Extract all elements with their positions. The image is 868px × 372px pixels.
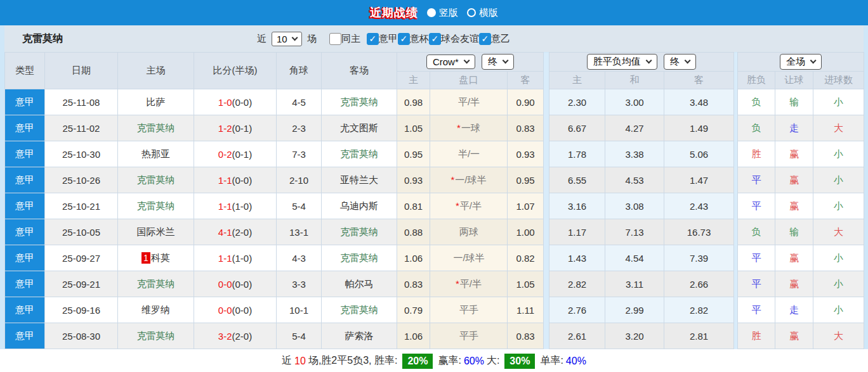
home-team-cell: 克雷莫纳 [118,323,194,349]
handicap-odds-away-cell: 1.07 [508,193,544,219]
handicap-line-cell: 两球 [430,219,508,245]
checkbox-label: 意甲 [379,33,398,45]
away-team-name: 克雷莫纳 [340,148,378,159]
home-team-cell: 克雷莫纳 [118,167,194,193]
layout-radio-horizontal[interactable]: 横版 [467,7,498,19]
handicap-result-cell: 赢 [775,271,813,297]
checkbox-label: 同主 [341,33,360,45]
recent-count-select[interactable]: 10 [272,32,302,46]
halftime-score: (0-0) [232,305,253,316]
chevron-down-icon [810,58,816,64]
goals-result-cell: 大 [813,115,864,141]
corner-cell: 5-4 [277,323,322,349]
filter-checkbox-item[interactable]: ✓意乙 [479,33,510,45]
handicap-odds-away-cell: 0.83 [508,323,544,349]
home-team-name: 克雷莫纳 [137,200,175,211]
filter-checkbox-item[interactable]: 同主 [329,33,360,45]
league-cell: 意甲 [5,297,45,323]
match-row: 意甲 25-10-26 克雷莫纳 1-1(0-0) 2-10 亚特兰大 0.93… [5,167,864,193]
goals-result-cell: 小 [813,193,864,219]
score-cell: 0-0(0-0) [194,297,277,323]
summary-middle: 场,胜2平5负3, 胜率: [308,354,397,368]
corner-cell: 7-3 [277,141,322,167]
fulltime-score: 1-1 [218,175,232,186]
home-team-cell: 克雷莫纳 [118,115,194,141]
section-separator [544,193,549,219]
handicap-result-cell: 赢 [775,141,813,167]
handicap-odds-home-cell: 0.79 [397,297,430,323]
handicap-result-cell: 赢 [775,245,813,271]
handicap-line-cell: 平手 [430,323,508,349]
away-team-cell: 乌迪内斯 [322,193,397,219]
halftime-score: (2-0) [232,331,253,342]
checkbox-checked-icon[interactable]: ✓ [429,33,441,45]
star-marker: * [450,174,454,185]
odds-state-dropdown[interactable]: 终 [482,54,514,70]
filter-checkbox-item[interactable]: ✓意甲 [367,33,398,45]
league-cell: 意甲 [5,89,45,115]
result-cell: 平 [738,167,775,193]
filter-checkbox-item[interactable]: ✓意杯 [398,33,429,45]
header-date: 日期 [45,53,118,89]
match-row: 意甲 25-09-21 克雷莫纳 0-0(0-0) 3-3 帕尔马 0.83 *… [5,271,864,297]
match-row: 意甲 25-08-30 克雷莫纳 3-2(2-0) 5-4 萨索洛 1.06 平… [5,323,864,349]
checkbox-unchecked-icon[interactable] [329,33,341,45]
halftime-score: (0-1) [232,149,253,160]
filter-checkbox-item[interactable]: ✓球会友谊 [429,33,479,45]
match-row: 意甲 25-10-30 热那亚 0-2(0-1) 7-3 克雷莫纳 0.95 半… [5,141,864,167]
handicap-odds-away-cell: 0.83 [508,115,544,141]
avg-away-cell: 16.73 [664,219,734,245]
handicap-result-cell: 赢 [775,193,813,219]
avg-away-cell: 2.66 [664,271,734,297]
handicap-line: 平/半 [460,278,482,289]
home-team-cell: 比萨 [118,89,194,115]
checkbox-checked-icon[interactable]: ✓ [398,33,410,45]
goals-result-cell: 大 [813,323,864,349]
corner-cell: 3-3 [277,271,322,297]
handicap-odds-away-cell: 1.00 [508,219,544,245]
handicap-line-cell: 一/球半 [430,245,508,271]
avg-draw-cell: 3.00 [605,89,664,115]
home-team-cell: 维罗纳 [118,297,194,323]
single-label: 单率: [540,354,563,368]
score-cell: 3-2(2-0) [194,323,277,349]
avg-state-value: 终 [670,56,680,68]
handicap-result-cell: 走 [775,115,813,141]
avg-draw-cell: 3.20 [605,323,664,349]
win-rate-badge: 20% [402,354,433,369]
bookmaker-dropdown[interactable]: Crow* [426,55,475,69]
result-cell: 负 [738,115,775,141]
period-dropdown[interactable]: 全场 [780,54,822,70]
bookmaker-value: Crow* [433,56,459,67]
subheader-goals: 进球数 [813,72,864,89]
goals-result-cell: 小 [813,141,864,167]
section-separator [544,167,549,193]
checkbox-checked-icon[interactable]: ✓ [367,33,379,45]
away-team-cell: 帕尔马 [322,271,397,297]
checkbox-checked-icon[interactable]: ✓ [479,33,491,45]
section-separator [544,89,549,115]
handicap-odds-away-cell: 0.93 [508,141,544,167]
halftime-score: (2-0) [232,227,253,238]
date-cell: 25-10-05 [45,219,118,245]
avg-type-dropdown[interactable]: 胜平负均值 [587,54,657,70]
home-team-name: 国际米兰 [137,226,175,237]
home-team-name: 维罗纳 [141,304,170,315]
avg-away-cell: 1.49 [664,115,734,141]
section-separator [544,53,549,89]
match-row: 意甲 25-11-08 比萨 1-0(0-0) 4-5 克雷莫纳 0.98 平/… [5,89,864,115]
avg-home-cell: 2.76 [549,297,605,323]
score-cell: 1-1(1-0) [194,193,277,219]
handicap-line-cell: 平手 [430,297,508,323]
away-team-name: 克雷莫纳 [340,252,378,263]
home-team-cell: 克雷莫纳 [118,271,194,297]
layout-radio-vertical[interactable]: 竖版 [427,7,458,19]
league-cell: 意甲 [5,245,45,271]
home-team-name: 克雷莫纳 [137,330,175,341]
goals-result-cell: 小 [813,297,864,323]
home-team-name: 比萨 [147,96,166,107]
fulltime-score: 0-2 [218,149,232,160]
avg-state-dropdown[interactable]: 终 [664,54,696,70]
away-team-name: 克雷莫纳 [340,96,378,107]
avg-home-cell: 6.67 [549,115,605,141]
